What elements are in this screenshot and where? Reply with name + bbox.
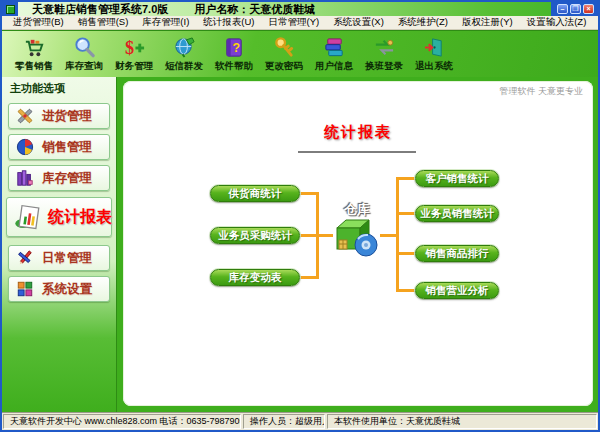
search-icon <box>73 36 96 59</box>
title-underline <box>298 151 416 153</box>
toolbar-label: 短信群发 <box>165 60 203 73</box>
report-button-product-sales-ranking[interactable]: 销售商品排行 <box>415 245 499 262</box>
svg-text:?: ? <box>232 41 240 55</box>
sidebar: 主功能选项 进货管理 销售管理 <box>2 77 117 412</box>
report-button-customer-sales-stats[interactable]: 客户销售统计 <box>415 170 499 187</box>
menu-input-method[interactable]: 设置输入法(Z) <box>520 16 594 29</box>
window-user-label: 用户名称：天意优质鞋城 <box>194 2 315 17</box>
report-button-sales-business-analysis[interactable]: 销售营业分析 <box>415 282 499 299</box>
maximize-button[interactable]: ❐ <box>570 4 581 14</box>
sms-globe-icon <box>173 36 196 59</box>
sidebar-item-label: 系统设置 <box>42 281 92 298</box>
menu-purchase[interactable]: 进货管理(B) <box>6 16 71 29</box>
menu-settings[interactable]: 系统设置(X) <box>326 16 391 29</box>
report-button-salesman-sales-stats[interactable]: 业务员销售统计 <box>415 205 499 222</box>
sidebar-item-label: 库存管理 <box>42 170 92 187</box>
exit-door-icon <box>423 36 446 59</box>
sidebar-item-sales[interactable]: 销售管理 <box>8 134 110 160</box>
slogan-text: 管理软件 天意更专业 <box>499 85 583 98</box>
sidebar-item-daily[interactable]: 日常管理 <box>8 245 110 271</box>
window-icon <box>2 2 18 16</box>
toolbar-sms-button[interactable]: 短信群发 <box>160 32 208 76</box>
sidebar-item-label: 进货管理 <box>42 108 92 125</box>
toolbar-finance-button[interactable]: $ 财务管理 <box>110 32 158 76</box>
menu-reports[interactable]: 统计报表(U) <box>196 16 261 29</box>
toolbar-label: 换班登录 <box>365 60 403 73</box>
help-book-icon: ? <box>223 36 246 59</box>
toolbar-label: 库存查询 <box>65 60 103 73</box>
sidebar-item-purchase[interactable]: 进货管理 <box>8 103 110 129</box>
main-panel: 管理软件 天意更专业 统计报表 供货商统计 业务员采购统计 库存变动表 客户销售… <box>123 81 593 406</box>
connector-line <box>399 177 415 180</box>
connector-line <box>399 252 415 255</box>
report-button-supplier-stats[interactable]: 供货商统计 <box>210 185 300 202</box>
toolbar-label: 用户信息 <box>315 60 353 73</box>
toolbar-label: 软件帮助 <box>215 60 253 73</box>
sidebar-header: 主功能选项 <box>2 79 116 98</box>
toolbar-label: 财务管理 <box>115 60 153 73</box>
finance-icon: $ <box>123 36 146 59</box>
menu-maintenance[interactable]: 系统维护(Z) <box>391 16 455 29</box>
page-title: 统计报表 <box>123 123 593 142</box>
toolbar-stock-query-button[interactable]: 库存查询 <box>60 32 108 76</box>
status-developer-info: 天意软件开发中心 www.chle828.com 电话：0635-7987905… <box>3 414 241 429</box>
status-license-unit: 本软件使用单位：天意优质鞋城 <box>327 414 597 429</box>
toolbar-label: 零售销售 <box>15 60 53 73</box>
menu-sales[interactable]: 销售管理(S) <box>71 16 136 29</box>
menu-register[interactable]: 版权注册(Y) <box>455 16 520 29</box>
toolbar-change-password-button[interactable]: 更改密码 <box>260 32 308 76</box>
toolbar-shift-login-button[interactable]: 换班登录 <box>360 32 408 76</box>
connector-line <box>399 212 415 215</box>
content-area: 主功能选项 进货管理 销售管理 <box>2 77 598 412</box>
toolbar-user-info-button[interactable]: 用户信息 <box>310 32 358 76</box>
sidebar-item-label: 销售管理 <box>42 139 92 156</box>
report-button-stock-change-table[interactable]: 库存变动表 <box>210 269 300 286</box>
report-button-salesman-purchase-stats[interactable]: 业务员采购统计 <box>210 227 300 244</box>
user-books-icon <box>323 36 346 59</box>
sidebar-item-inventory[interactable]: 库存管理 <box>8 165 110 191</box>
toolbar: 零售销售 库存查询 $ 财务管理 短信群发 <box>2 30 598 77</box>
window-title: 天意鞋店销售管理系统7.0版 <box>32 2 168 17</box>
shift-swap-icon <box>373 36 396 59</box>
status-bar: 天意软件开发中心 www.chle828.com 电话：0635-7987905… <box>2 412 598 430</box>
sidebar-item-reports[interactable]: 统计报表 <box>6 197 112 237</box>
status-operator: 操作人员：超级用户 <box>243 414 325 429</box>
toolbar-label: 更改密码 <box>265 60 303 73</box>
purchase-icon <box>16 107 34 125</box>
toolbar-help-button[interactable]: ? 软件帮助 <box>210 32 258 76</box>
sales-pie-icon <box>16 138 34 156</box>
connector-line <box>399 289 415 292</box>
menu-daily[interactable]: 日常管理(Y) <box>262 16 327 29</box>
inventory-icon <box>16 169 34 187</box>
sidebar-item-settings[interactable]: 系统设置 <box>8 276 110 302</box>
window-controls: – ❐ × <box>551 2 598 16</box>
toolbar-retail-sale-button[interactable]: 零售销售 <box>10 32 58 76</box>
app-window: 天意鞋店销售管理系统7.0版 用户名称：天意优质鞋城 – ❐ × 进货管理(B)… <box>0 0 600 432</box>
key-icon <box>273 36 296 59</box>
menu-bar: 进货管理(B) 销售管理(S) 库存管理(I) 统计报表(U) 日常管理(Y) … <box>2 16 598 30</box>
title-bar: 天意鞋店销售管理系统7.0版 用户名称：天意优质鞋城 – ❐ × <box>2 2 598 16</box>
minimize-button[interactable]: – <box>557 4 568 14</box>
cart-icon <box>23 36 46 59</box>
connector-line <box>396 177 399 292</box>
toolbar-label: 退出系统 <box>415 60 453 73</box>
stats-report-icon <box>14 204 40 230</box>
warehouse-disc-icon <box>331 216 383 262</box>
sidebar-item-label: 日常管理 <box>42 250 92 267</box>
close-button[interactable]: × <box>583 4 594 14</box>
menu-inventory[interactable]: 库存管理(I) <box>135 16 196 29</box>
daily-pencil-icon <box>16 249 34 267</box>
toolbar-exit-button[interactable]: 退出系统 <box>410 32 458 76</box>
sidebar-item-label: 统计报表 <box>48 207 112 228</box>
settings-cubes-icon <box>16 280 34 298</box>
svg-text:$: $ <box>124 38 133 58</box>
